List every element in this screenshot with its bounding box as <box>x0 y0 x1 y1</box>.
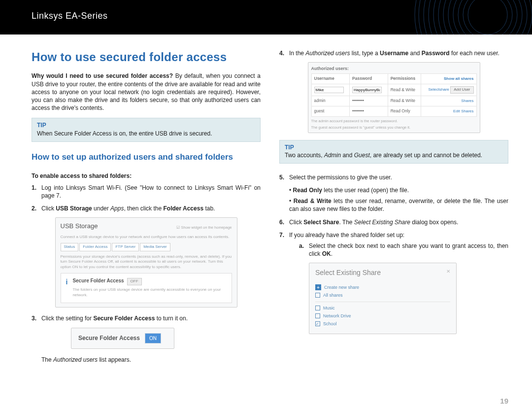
svg-point-11 <box>415 0 532 34</box>
svg-point-4 <box>448 0 527 34</box>
tip-body: When Secure Folder Access is on, the ent… <box>37 130 255 137</box>
right-column: 4. In the Authorized users list, type a … <box>279 49 508 364</box>
intro-paragraph: Why would I need to use secured folder a… <box>32 72 261 112</box>
authorized-users-screenshot: Authorized users: UsernamePassword Permi… <box>308 62 480 133</box>
tip-body-2: Two accounts, Admin and Guest, are alrea… <box>285 151 503 159</box>
page-body: How to use secured folder access Why wou… <box>0 34 532 364</box>
step-3: Click the setting for Secure Folder Acce… <box>41 314 261 322</box>
page-title: How to use secured folder access <box>32 49 261 65</box>
lead: To enable access to shared folders: <box>32 172 261 180</box>
series-label: Linksys EA-Series <box>32 11 108 21</box>
close-icon[interactable]: ✕ <box>446 268 450 282</box>
select-share-screenshot: Select Existing Share ✕ +Create new shar… <box>309 263 457 334</box>
svg-point-6 <box>438 0 532 34</box>
secure-folder-toggle-screenshot: Secure Folder AccessON <box>71 328 174 349</box>
page-number: 19 <box>500 397 508 405</box>
step-4: In the Authorized users list, type a Use… <box>289 49 508 57</box>
info-icon: i <box>66 277 68 287</box>
subtitle: How to set up authorized users and share… <box>32 152 261 163</box>
usb-storage-screenshot: USB Storage ☑ Show widget on the homepag… <box>55 217 237 308</box>
step-5: Select the permissions to give the user. <box>289 173 508 181</box>
header-band: Linksys EA-Series <box>0 0 532 34</box>
step-7: If you already have the shared folder se… <box>289 231 508 258</box>
step-6: Click Select Share. The Select Existing … <box>289 218 508 226</box>
step-3-tail: The Authorized users list appears. <box>32 356 261 364</box>
steps-left: 1.Log into Linksys Smart Wi-Fi. (See "Ho… <box>32 184 261 213</box>
svg-point-2 <box>458 0 517 34</box>
svg-point-0 <box>468 0 507 34</box>
tip-box-1: TIP When Secure Folder Access is on, the… <box>32 118 261 141</box>
tip-label: TIP <box>37 121 255 129</box>
svg-point-10 <box>419 0 532 34</box>
password-input[interactable] <box>352 87 382 93</box>
decorative-swirl <box>414 0 532 34</box>
svg-point-8 <box>429 0 532 34</box>
plus-icon: + <box>315 284 321 290</box>
svg-point-3 <box>453 0 522 34</box>
step-2: Click USB Storage under Apps, then click… <box>41 205 261 212</box>
svg-point-5 <box>443 0 532 34</box>
tip-box-2: TIP Two accounts, Admin and Guest, are a… <box>279 140 508 164</box>
step-1: Log into Linksys Smart Wi-Fi. (See "How … <box>41 184 261 200</box>
left-column: How to use secured folder access Why wou… <box>32 49 261 364</box>
username-input[interactable] <box>314 87 344 93</box>
